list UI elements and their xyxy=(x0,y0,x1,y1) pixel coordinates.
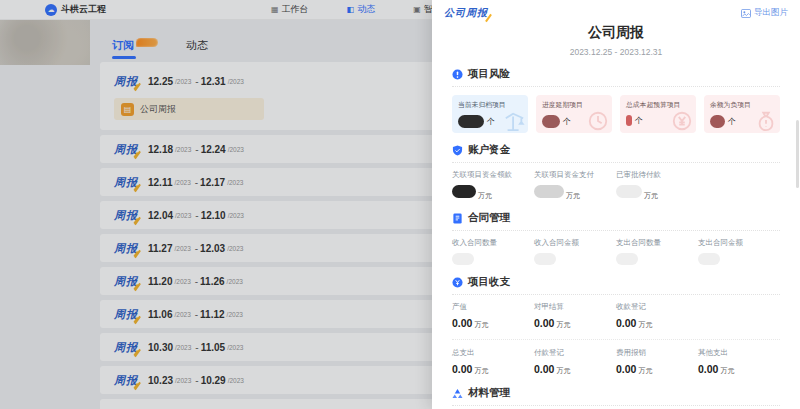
clock-icon xyxy=(587,110,609,132)
risk-card-negative-balance: 余额为负项目 个 xyxy=(704,95,780,133)
export-image-icon xyxy=(741,9,751,18)
redacted-value xyxy=(710,115,725,128)
section-project-pnl: 项目收支 产值 0.00万元 对甲结算 0.00万元 收款登记 0.00万元 xyxy=(452,275,780,376)
redacted-value xyxy=(534,253,556,265)
risk-alert-icon xyxy=(452,69,463,80)
coin-icon xyxy=(452,277,463,288)
section-title: 项目风险 xyxy=(468,67,510,81)
stat-owner-settlement: 对甲结算 0.00万元 xyxy=(534,302,616,330)
section-title: 材料管理 xyxy=(468,386,510,400)
redacted-value xyxy=(542,115,560,128)
redacted-value xyxy=(698,253,720,265)
section-title: 项目收支 xyxy=(468,275,510,289)
stat-pending-payment: 已审批待付款 万元 xyxy=(616,170,698,201)
yuan-icon xyxy=(671,110,693,132)
redacted-value xyxy=(616,253,638,265)
stat-total-expense: 总支出 0.00万元 xyxy=(452,348,534,376)
drawer-date-range: 2023.12.25 - 2023.12.31 xyxy=(452,47,780,57)
stat-funds-paid: 关联项目资金支付 万元 xyxy=(534,170,616,201)
drawer-scrollbar[interactable] xyxy=(796,120,799,188)
crane-icon xyxy=(503,110,525,132)
contract-doc-icon xyxy=(452,213,463,224)
stat-income-contract-amount: 收入合同金额 xyxy=(534,238,616,265)
redacted-value xyxy=(626,115,632,126)
section-title: 账户资金 xyxy=(468,143,510,157)
redacted-value xyxy=(452,253,474,265)
redacted-value xyxy=(616,185,642,198)
section-material-management: 材料管理 采购订单数量 0个 采购订单金额 0.00万元 入库单金额 0.00万… xyxy=(452,386,780,409)
stat-funds-received: 关联项目资金领款 万元 xyxy=(452,170,534,201)
stat-other-expense: 其他支出 0.00万元 xyxy=(698,348,780,376)
stat-expense-contract-amount: 支出合同金额 xyxy=(698,238,780,265)
section-account-funds: 账户资金 关联项目资金领款 万元 关联项目资金支付 万元 已审批待付款 万元 xyxy=(452,143,780,201)
stat-income-contract-count: 收入合同数量 xyxy=(452,238,534,265)
redacted-value xyxy=(534,185,564,198)
stat-expense-contract-count: 支出合同数量 xyxy=(616,238,698,265)
shield-icon xyxy=(452,145,463,156)
risk-card-delayed: 进度延期项目 个 xyxy=(536,95,612,133)
app-root: ☁ 斗栱云工程 ▦ 工作台 ◧ 动态 ▣ 智能验收 订阅 xyxy=(0,0,800,409)
stat-receipt-registration: 收款登记 0.00万元 xyxy=(616,302,698,330)
stat-expense-reimbursement: 费用报销 0.00万元 xyxy=(616,348,698,376)
money-bag-icon xyxy=(755,110,777,132)
redacted-value xyxy=(458,115,484,128)
risk-card-unarchived: 当前未归档项目 个 xyxy=(452,95,528,133)
risk-card-over-budget: 总成本超预算项目 个 xyxy=(620,95,696,133)
stat-output-value: 产值 0.00万元 xyxy=(452,302,534,330)
section-title: 合同管理 xyxy=(468,211,510,225)
stat-payment-registration: 付款登记 0.00万元 xyxy=(534,348,616,376)
drawer-title: 公司周报 xyxy=(452,24,780,42)
drawer-header: 公司周报 导出图片 xyxy=(452,6,780,20)
company-report-stamp-icon: 公司周报 xyxy=(444,6,488,20)
redacted-value xyxy=(452,185,476,198)
material-pile-icon xyxy=(452,388,463,399)
export-image-button[interactable]: 导出图片 xyxy=(741,7,788,19)
company-weekly-report-drawer: 公司周报 导出图片 公司周报 2023.12.25 - 2023.12.31 项… xyxy=(432,0,800,409)
section-project-risk: 项目风险 当前未归档项目 个 进度延期项目 个 总成本超预算项目 个 xyxy=(452,67,780,133)
section-contract-management: 合同管理 收入合同数量 收入合同金额 支出合同数量 支出合同金额 xyxy=(452,211,780,265)
